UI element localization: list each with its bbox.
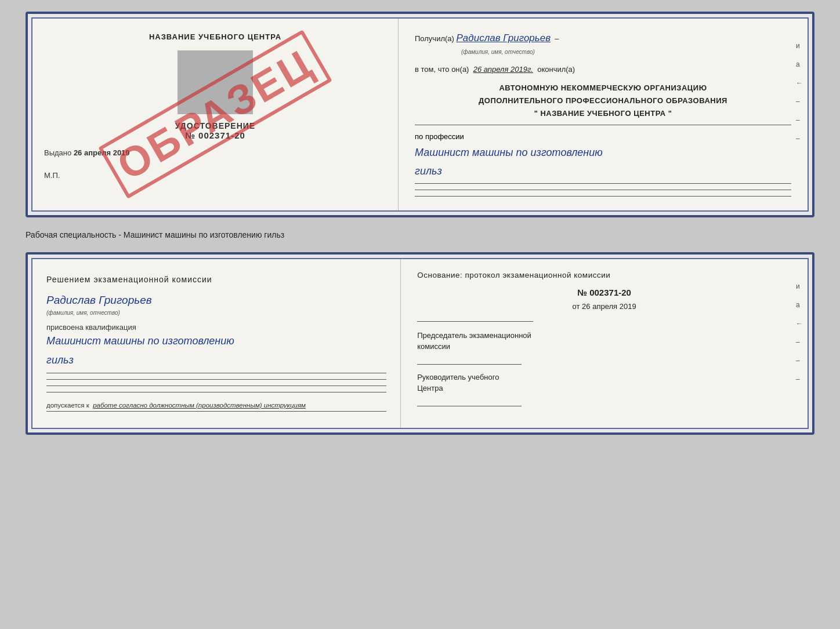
protocol-date: от 26 апреля 2019	[417, 302, 791, 311]
side-letter-a: а	[796, 60, 803, 68]
b-side-letter-arrow: ←	[796, 319, 803, 328]
poluchil-label: Получил(а)	[415, 34, 454, 43]
po-professii-label: по профессии	[415, 132, 791, 141]
dopusk-text: работе согласно должностным (производств…	[93, 402, 306, 409]
kval-line1: Машинист машины по изготовлению	[46, 332, 386, 350]
dash: –	[555, 34, 559, 43]
kval-line2: гильз	[46, 351, 386, 369]
bottom-fio-label: (фамилия, имя, отчество)	[46, 310, 120, 316]
vydano-date: 26 апреля 2019	[74, 148, 130, 157]
vtom-label: в том, что он(а)	[415, 65, 469, 74]
bottom-name-line: Радислав Григорьев (фамилия, имя, отчест…	[46, 294, 386, 317]
b-side-dash2: –	[796, 357, 803, 365]
org-line1: АВТОНОМНУЮ НЕКОММЕРЧЕСКУЮ ОРГАНИЗАЦИЮ	[415, 82, 791, 94]
b-side-letter-a: а	[796, 301, 803, 309]
right-side-letters: и а ← – – –	[796, 42, 803, 143]
bottom-left-panel: Решением экзаменационной комиссии Радисл…	[32, 259, 401, 428]
prisvoena-label: присвоена квалификация	[46, 323, 386, 332]
cert-title: НАЗВАНИЕ УЧЕБНОГО ЦЕНТРА	[44, 32, 386, 41]
org-block: АВТОНОМНУЮ НЕКОММЕРЧЕСКУЮ ОРГАНИЗАЦИЮ ДО…	[415, 82, 791, 120]
profession-line1: Машинист машины по изготовлению	[415, 143, 791, 162]
mp-line: М.П.	[44, 171, 386, 180]
dopuskaetsya-block: допускается к работе согласно должностны…	[46, 402, 386, 409]
rukovoditel-label: Руководитель учебного	[417, 373, 791, 381]
predsedatel-text: Председатель экзаменационной	[417, 331, 531, 340]
komissii-label: комиссии	[417, 342, 791, 351]
top-left-panel: НАЗВАНИЕ УЧЕБНОГО ЦЕНТРА УДОСТОВЕРЕНИЕ №…	[32, 19, 399, 210]
okonchil-label: окончил(а)	[537, 65, 575, 74]
predsedatel-label: Председатель экзаменационной	[417, 331, 791, 340]
director-sign-line	[417, 395, 522, 406]
side-dash1: –	[796, 97, 803, 106]
b-side-dash1: –	[796, 338, 803, 346]
org-line2: ДОПОЛНИТЕЛЬНОГО ПРОФЕССИОНАЛЬНОГО ОБРАЗО…	[415, 94, 791, 107]
komissia-title: Решением экзаменационной комиссии	[46, 273, 386, 286]
profession-block: по профессии Машинист машины по изготовл…	[415, 132, 791, 197]
ot-label: от	[573, 302, 580, 311]
b-side-dash3: –	[796, 375, 803, 383]
specialty-label: Рабочая специальность - Машинист машины …	[26, 227, 814, 243]
vtom-date: 26 апреля 2019г.	[473, 65, 533, 74]
bottom-right-panel: Основание: протокол экзаменационной коми…	[401, 259, 808, 428]
side-dash2: –	[796, 116, 803, 124]
chairman-sign-line	[417, 353, 522, 365]
recipient-name: Радислав Григорьев	[457, 32, 551, 43]
vydano-text: Выдано	[44, 148, 71, 157]
org-line3: " НАЗВАНИЕ УЧЕБНОГО ЦЕНТРА "	[415, 107, 791, 120]
vtom-line: в том, что он(а) 26 апреля 2019г. окончи…	[415, 64, 791, 76]
bottom-document: Решением экзаменационной комиссии Радисл…	[26, 252, 814, 435]
top-right-panel: Получил(а) Радислав Григорьев – (фамилия…	[399, 19, 808, 210]
profession-line2: гильз	[415, 162, 791, 180]
udost-num: № 002371-20	[44, 130, 386, 140]
photo-placeholder	[178, 50, 253, 114]
dopuskaetsya-text: допускается к	[46, 402, 89, 409]
osnov-title: Основание: протокол экзаменационной коми…	[417, 271, 791, 279]
poluchil-line: Получил(а) Радислав Григорьев – (фамилия…	[415, 30, 791, 58]
udost-block: УДОСТОВЕРЕНИЕ № 002371-20	[44, 121, 386, 140]
tsentra-label: Центра	[417, 384, 791, 392]
bottom-recipient-name: Радислав Григорьев	[46, 294, 152, 306]
protocol-num: № 002371-20	[417, 288, 791, 297]
side-letter-arrow: ←	[796, 79, 803, 87]
top-document: НАЗВАНИЕ УЧЕБНОГО ЦЕНТРА УДОСТОВЕРЕНИЕ №…	[26, 12, 814, 217]
vydano-line: Выдано 26 апреля 2019	[44, 148, 386, 157]
protocol-date-val: 26 апреля 2019	[582, 302, 636, 311]
udost-label: УДОСТОВЕРЕНИЕ	[44, 121, 386, 130]
fio-label-top: (фамилия, имя, отчество)	[461, 49, 535, 55]
b-side-letter-i: и	[796, 282, 803, 290]
side-letter-i: и	[796, 42, 803, 50]
bottom-right-side-letters: и а ← – – –	[796, 282, 803, 383]
side-dash3: –	[796, 134, 803, 143]
